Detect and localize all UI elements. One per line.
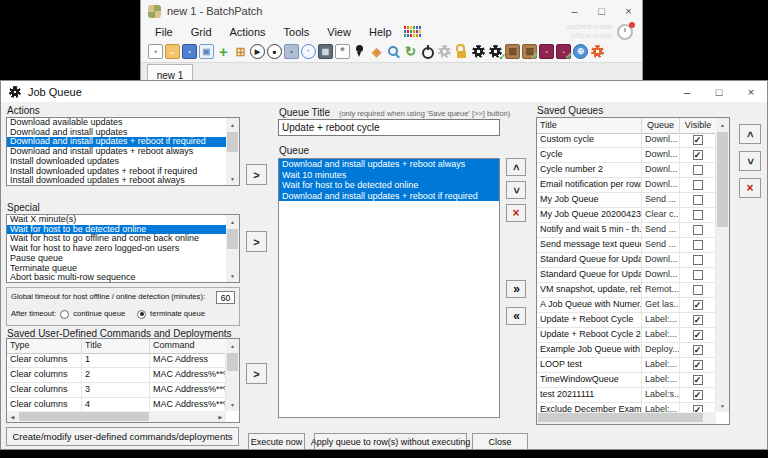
visible-checkbox[interactable]: ✓ xyxy=(693,330,703,340)
saved-queue-row[interactable]: My Job QueueSend ... xyxy=(537,193,716,208)
timeout-minutes-input[interactable] xyxy=(216,291,235,304)
column-header-command[interactable]: Command xyxy=(150,339,226,353)
cancel-icon[interactable] xyxy=(590,44,605,59)
dialog-close-button[interactable]: × xyxy=(735,81,767,102)
scroll-up-arrow-icon[interactable]: ▲ xyxy=(226,118,239,131)
run-icon[interactable]: ▶ xyxy=(250,44,265,59)
saved-commands-hscrollbar[interactable]: ◀ ▶ xyxy=(7,411,226,422)
column-header-queue[interactable]: Queue xyxy=(642,118,680,133)
scroll-down-arrow-icon[interactable]: ▼ xyxy=(226,172,239,185)
queue-title-input[interactable] xyxy=(278,119,500,136)
list-item[interactable]: Download available updates xyxy=(7,118,226,128)
unlock-icon[interactable] xyxy=(454,44,469,59)
clock-icon[interactable]: · xyxy=(301,44,316,59)
saved-command-row[interactable]: Clear columns1MAC Address xyxy=(7,353,226,368)
visible-checkbox[interactable]: ✓ xyxy=(693,405,703,412)
copy-icon[interactable]: ▣ xyxy=(199,44,214,59)
list-item[interactable]: Download and install updates + reboot if… xyxy=(7,137,226,147)
visible-checkbox[interactable]: ✓ xyxy=(693,300,703,310)
saved-queue-row[interactable]: Update + Reboot CycleLabel:...✓ xyxy=(537,313,716,328)
column-header-title[interactable]: Title xyxy=(82,339,150,353)
column-header-type[interactable]: Type xyxy=(7,339,82,353)
report-icon[interactable]: * xyxy=(335,44,350,59)
saved-queue-row[interactable]: Email notification per row/...Downl... xyxy=(537,178,716,193)
saved-queue-row[interactable]: Exclude December Exam...Label:...✓ xyxy=(537,403,716,412)
saved-queue-row[interactable]: Custom cycleDownl...✓ xyxy=(537,133,716,148)
menu-actions[interactable]: Actions xyxy=(221,26,275,38)
continue-queue-radio[interactable] xyxy=(60,310,69,319)
saved-commands-table[interactable]: Type Title Command Clear columns1MAC Add… xyxy=(6,338,240,423)
saved-queue-row[interactable]: CycleDownl...✓ xyxy=(537,148,716,163)
saved-queue-row[interactable]: VM snapshot, update, reb...Remot... xyxy=(537,283,716,298)
app-minimize-button[interactable]: – xyxy=(561,1,588,21)
scroll-right-arrow-icon[interactable]: ▶ xyxy=(215,411,226,422)
terminate-queue-radio-label[interactable]: terminate queue xyxy=(150,309,205,319)
deployment-check-icon[interactable]: ▪✓ xyxy=(556,44,571,59)
list-item[interactable]: Install downloaded updates xyxy=(7,157,226,167)
terminate-queue-radio[interactable] xyxy=(137,310,146,319)
continue-queue-radio-label[interactable]: continue queue xyxy=(73,309,125,319)
add-action-to-queue-button[interactable]: > xyxy=(246,164,267,185)
scroll-down-arrow-icon[interactable]: ▼ xyxy=(716,399,729,412)
saved-command-row[interactable]: Clear columns2MAC Address%**% xyxy=(7,368,226,383)
search-icon[interactable] xyxy=(386,44,401,59)
refresh-icon[interactable]: ↻ xyxy=(403,44,418,59)
package-icon[interactable]: ▤ xyxy=(505,44,520,59)
scroll-thumb[interactable] xyxy=(19,412,149,421)
saved-queue-row[interactable]: Notify and wait 5 min - th...Send ... xyxy=(537,223,716,238)
saved-queues-vscrollbar[interactable]: ▲ ▼ xyxy=(716,118,729,412)
menu-help[interactable]: Help xyxy=(360,26,401,38)
visible-checkbox[interactable] xyxy=(693,285,703,295)
save-icon[interactable]: ▪ xyxy=(182,44,197,59)
scroll-up-arrow-icon[interactable]: ▲ xyxy=(716,118,729,131)
saved-queue-row[interactable]: TimeWindowQueueLabel:...✓ xyxy=(537,373,716,388)
status-clock-icon[interactable] xyxy=(617,24,633,40)
scroll-up-arrow-icon[interactable]: ▲ xyxy=(226,339,239,352)
special-list[interactable]: Wait X minute(s)Wait for host to be dete… xyxy=(6,214,240,283)
job-queue-check-icon[interactable]: ✓ xyxy=(488,44,503,59)
actions-scrollbar[interactable]: ▲ ▼ xyxy=(226,118,239,185)
saved-queue-row[interactable]: My Job Queue 20200423Clear c... xyxy=(537,208,716,223)
saved-queue-delete-button[interactable]: × xyxy=(739,178,761,198)
saved-queues-hscrollbar[interactable] xyxy=(537,412,716,424)
dialog-maximize-button[interactable]: □ xyxy=(703,81,735,102)
saved-commands-vscrollbar[interactable]: ▲ ▼ xyxy=(226,339,239,411)
list-item[interactable]: Install downloaded updates + reboot if r… xyxy=(7,167,226,177)
new-grid-icon[interactable]: ● xyxy=(148,44,163,59)
saved-queue-row[interactable]: Standard Queue for Upda...Downl... xyxy=(537,253,716,268)
load-queue-button[interactable]: « xyxy=(506,307,526,325)
visible-checkbox[interactable]: ✓ xyxy=(693,345,703,355)
menu-file[interactable]: File xyxy=(146,26,182,38)
queue-move-down-button[interactable]: > xyxy=(506,181,526,199)
list-item[interactable]: Wait 10 minutes xyxy=(279,170,499,181)
pin-icon[interactable] xyxy=(352,44,367,59)
create-modify-commands-button[interactable]: Create/modify user-defined commands/depl… xyxy=(6,427,239,446)
execute-now-button[interactable]: Execute now xyxy=(248,433,305,450)
sync-icon[interactable]: ◈ xyxy=(369,44,384,59)
remote-hosts-icon[interactable]: ▪ xyxy=(284,44,299,59)
apply-queue-button[interactable]: Apply queue to row(s) without executing xyxy=(314,433,467,450)
saved-queues-table[interactable]: Title Queue Visible Custom cycleDownl...… xyxy=(536,117,730,425)
saved-queue-move-down-button[interactable]: > xyxy=(739,151,761,171)
queue-list[interactable]: Download and install updates + reboot al… xyxy=(278,158,500,418)
visible-checkbox[interactable] xyxy=(693,270,703,280)
saved-command-row[interactable]: Clear columns3MAC Address%**% xyxy=(7,383,226,398)
add-command-to-queue-button[interactable]: > xyxy=(246,363,267,384)
job-queue-icon[interactable] xyxy=(471,44,486,59)
saved-queue-row[interactable]: A Job Queue with Numer...Get las...✓ xyxy=(537,298,716,313)
saved-queue-row[interactable]: Update + Reboot Cycle 2Label:...✓ xyxy=(537,328,716,343)
visible-checkbox[interactable]: ✓ xyxy=(693,315,703,325)
list-item[interactable]: Wait for host to be detected online xyxy=(279,180,499,191)
saved-queue-row[interactable]: test 20211111Label:s...✓ xyxy=(537,388,716,403)
scroll-thumb[interactable] xyxy=(227,132,238,152)
color-grid-icon[interactable] xyxy=(404,26,423,37)
visible-checkbox[interactable]: ✓ xyxy=(693,150,703,160)
add-hosts-icon[interactable]: + xyxy=(216,44,231,59)
scroll-thumb[interactable] xyxy=(538,413,703,422)
package-check-icon[interactable]: ▤✓ xyxy=(522,44,537,59)
saved-queue-row[interactable]: Send message text queueSend ... xyxy=(537,238,716,253)
scroll-down-arrow-icon[interactable]: ▼ xyxy=(226,398,239,411)
saved-queue-row[interactable]: Standard Queue for Upda...Downl... xyxy=(537,268,716,283)
column-header-title[interactable]: Title xyxy=(537,118,642,133)
list-item[interactable]: Abort basic multi-row sequence xyxy=(7,273,226,282)
